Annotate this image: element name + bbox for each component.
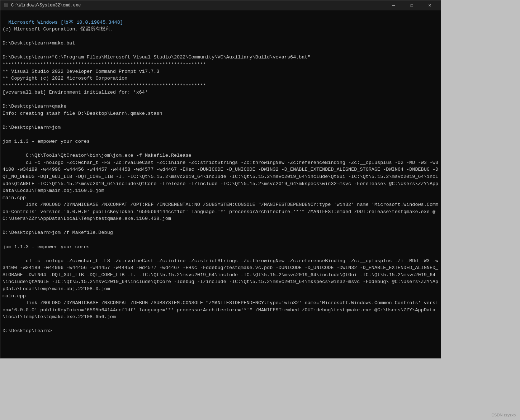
maximize-button[interactable]: □ — [403, 0, 420, 10]
terminal-line: (c) Microsoft Corporation。保留所有权利。 — [3, 27, 115, 32]
terminal-body[interactable]: Microsoft Windows [版本 10.0.19045.3448] (… — [0, 10, 441, 358]
title-bar-buttons[interactable]: ─ □ ✕ — [386, 0, 438, 10]
terminal-line: link /NOLOGO /DYNAMICBASE /NXCOMPAT /DEB… — [3, 300, 438, 320]
terminal-line: jom 1.1.3 - empower your cores — [3, 244, 90, 250]
title-bar-left: ⬛ C:\Windows\System32\cmd.exe — [3, 3, 81, 8]
terminal-line: D:\Desktop\Learn>make.bat — [3, 41, 75, 46]
terminal-line: D:\Desktop\Learn>jom — [3, 125, 61, 130]
title-bar: ⬛ C:\Windows\System32\cmd.exe ─ □ ✕ — [0, 0, 441, 10]
terminal-line: cl -c -nologo -Zc:wchar_t -FS -Zc:rvalue… — [3, 258, 438, 292]
minimize-button[interactable]: ─ — [386, 0, 402, 10]
terminal-line: D:\Desktop\Learn>"C:\Program Files\Micro… — [3, 55, 311, 60]
close-button[interactable]: ✕ — [421, 0, 438, 10]
watermark: CSDN zzyzxb — [491, 413, 516, 417]
terminal-line: D:\Desktop\Learn>qmake — [3, 104, 66, 109]
terminal-line: main.cpp — [3, 293, 26, 299]
terminal-line: [vcvarsall.bat] Environment initialized … — [3, 90, 148, 95]
terminal-line: main.cpp — [3, 195, 26, 200]
terminal-line: D:\Desktop\Learn>jom /f Makefile.Debug — [3, 230, 113, 235]
cmd-icon: ⬛ — [3, 3, 9, 8]
cmd-window: ⬛ C:\Windows\System32\cmd.exe ─ □ ✕ Micr… — [0, 0, 441, 359]
window-title: C:\Windows\System32\cmd.exe — [11, 3, 81, 8]
terminal-line: ** Copyright (c) 2022 Microsoft Corporat… — [3, 76, 127, 81]
terminal-line: cl -c -nologo -Zc:wchar_t -FS -Zc:rvalue… — [3, 160, 438, 193]
terminal-line: ** Visual Studio 2022 Developer Command … — [3, 69, 159, 74]
terminal-line: C:\Qt\Tools\QtCreator\bin\jom\jom.exe -f… — [3, 153, 192, 158]
terminal-line: ****************************************… — [3, 62, 206, 67]
terminal-line: Microsoft Windows [版本 10.0.19045.3448] — [8, 20, 123, 25]
terminal-line: D:\Desktop\Learn> — [3, 328, 52, 334]
terminal-line: jom 1.1.3 - empower your cores — [3, 139, 90, 144]
terminal-line: link /NOLOGO /DYNAMICBASE /NXCOMPAT /OPT… — [3, 202, 438, 221]
terminal-line: Info: creating stash file D:\Desktop\Lea… — [3, 111, 162, 116]
terminal-line: ****************************************… — [3, 83, 206, 88]
